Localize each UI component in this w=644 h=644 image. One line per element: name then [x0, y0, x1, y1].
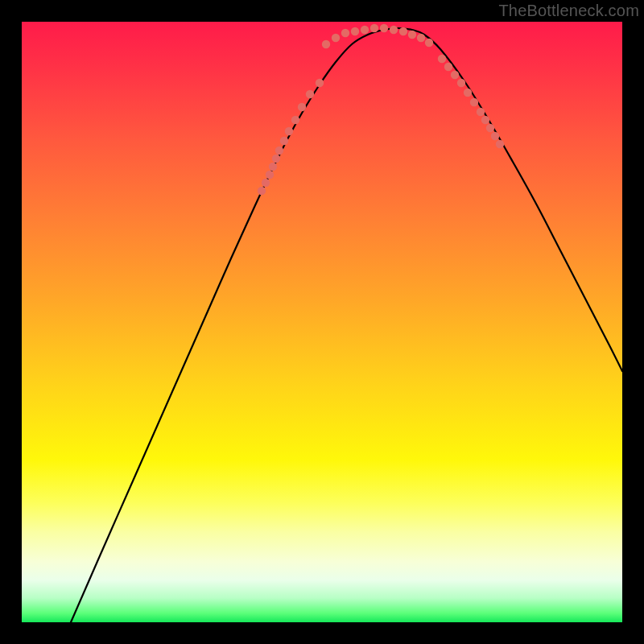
marker-dot: [285, 127, 293, 135]
marker-dot: [332, 34, 340, 42]
marker-dot: [272, 155, 280, 163]
watermark-text: TheBottleneck.com: [498, 2, 639, 20]
marker-dot: [451, 71, 459, 79]
marker-dot: [486, 124, 494, 132]
marker-dot: [457, 79, 465, 87]
marker-dot: [266, 171, 274, 179]
marker-dot: [438, 55, 446, 63]
marker-dot: [269, 163, 277, 171]
marker-dot: [341, 29, 349, 37]
marker-dot: [322, 40, 330, 48]
marker-dot: [417, 34, 425, 42]
marker-dot: [280, 137, 288, 145]
marker-dot: [380, 24, 388, 32]
marker-dot: [399, 27, 407, 35]
marker-dot: [470, 98, 478, 106]
marker-dot: [258, 187, 266, 195]
marker-dot: [444, 63, 452, 71]
bottleneck-curve: [71, 28, 622, 622]
marker-dot: [275, 147, 283, 155]
marker-dot: [262, 179, 270, 187]
data-markers: [258, 24, 504, 195]
plot-frame: [22, 22, 622, 622]
marker-dot: [425, 39, 433, 47]
marker-dot: [496, 140, 504, 148]
marker-dot: [351, 27, 359, 35]
marker-dot: [361, 26, 369, 34]
marker-dot: [370, 24, 378, 32]
marker-dot: [408, 31, 416, 39]
plot-svg: [22, 22, 622, 622]
marker-dot: [291, 116, 299, 124]
marker-dot: [464, 89, 472, 97]
marker-dot: [390, 26, 398, 34]
marker-dot: [481, 116, 489, 124]
marker-dot: [477, 108, 485, 116]
marker-dot: [306, 90, 314, 98]
marker-dot: [491, 132, 499, 140]
marker-dot: [316, 79, 324, 87]
marker-dot: [298, 103, 306, 111]
